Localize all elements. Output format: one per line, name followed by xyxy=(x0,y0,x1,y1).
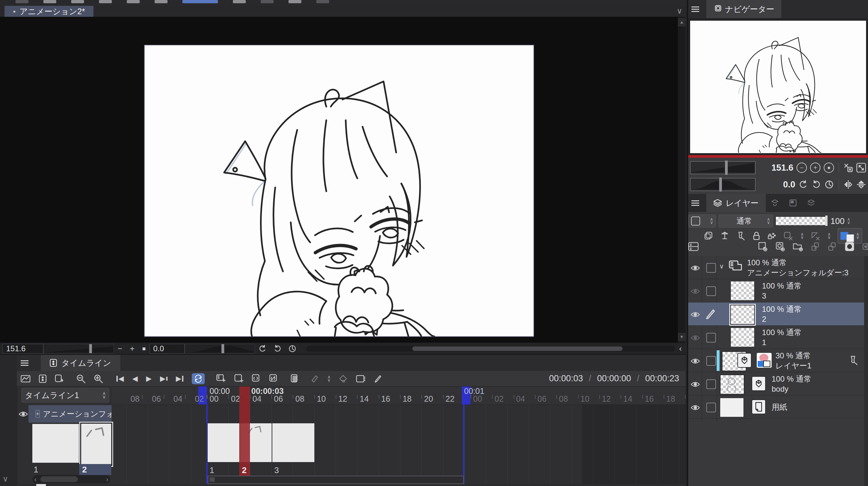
rotate-cw-button[interactable] xyxy=(273,345,282,353)
new-layer-folder-icon[interactable] xyxy=(793,242,803,251)
zoom-out-button[interactable]: − xyxy=(114,344,126,353)
visibility-eye-icon[interactable] xyxy=(691,403,700,412)
layer-row-paper[interactable]: 用紙 xyxy=(688,395,864,419)
toolbar-button[interactable] xyxy=(233,0,246,3)
scroll-down-icon[interactable]: ▼ xyxy=(678,333,686,341)
timeline-cel-1[interactable] xyxy=(207,423,239,463)
timeline-track-header[interactable]: + アニメーションフォ xyxy=(28,405,112,423)
timeline-zoom-out-icon[interactable] xyxy=(76,374,85,383)
previous-frame-button[interactable]: ◀ xyxy=(132,375,138,383)
canvas-rotation-slider[interactable] xyxy=(185,344,255,354)
layer-checkbox[interactable] xyxy=(706,356,716,366)
navigator-zoom-slider[interactable] xyxy=(690,161,755,174)
layer-checkbox[interactable] xyxy=(706,379,716,389)
layer-row[interactable]: 30 % 通常 レイヤー1 xyxy=(688,349,864,372)
layer-row[interactable]: 100 % 通常 3 xyxy=(688,279,864,302)
scrollbar-thumb[interactable] xyxy=(40,476,78,482)
layer-row-animation-folder[interactable]: ∨ 100 % 通常 アニメーションフォルダー:3 xyxy=(688,256,864,279)
toolbar-button[interactable] xyxy=(71,0,84,3)
timeline-zoom-in-icon[interactable] xyxy=(94,374,103,383)
layer-thumbnail[interactable] xyxy=(720,375,744,394)
release-cel-icon[interactable] xyxy=(269,374,278,383)
layer-thumbnail[interactable] xyxy=(731,282,754,300)
light-table-icon[interactable] xyxy=(311,375,319,383)
fit-to-navigator-icon[interactable] xyxy=(856,163,866,172)
visibility-eye-icon[interactable] xyxy=(691,264,700,273)
lock-layer-icon[interactable] xyxy=(752,231,760,240)
layer-color-stepper[interactable]: ∧∨ xyxy=(856,233,859,239)
draft-layer-icon[interactable] xyxy=(736,231,745,240)
nav-zoom-out-button[interactable]: − xyxy=(797,163,807,173)
tab-layer[interactable]: レイヤー xyxy=(706,194,766,212)
specify-cel-icon[interactable] xyxy=(252,374,261,383)
layer-thumbnail[interactable] xyxy=(731,328,754,347)
scrollbar-thumb[interactable] xyxy=(210,477,215,482)
collapse-left-icon[interactable]: ‹ xyxy=(675,344,686,353)
new-vector-layer-icon[interactable] xyxy=(776,242,785,251)
new-animation-cel-icon[interactable] xyxy=(235,374,244,383)
layer-checkbox[interactable] xyxy=(706,402,716,412)
timeline-select-dropdown[interactable]: タイムライン1 ∧∨ xyxy=(21,388,109,402)
layer-row-selected[interactable]: 100 % 通常 2 xyxy=(688,302,864,326)
play-button[interactable]: ▶ xyxy=(146,375,152,383)
document-tab[interactable]: ● アニメーション2* xyxy=(4,6,93,17)
merge-down-icon[interactable] xyxy=(828,242,837,251)
timeline-horizontal-scrollbar[interactable] xyxy=(208,476,464,484)
scroll-right-icon[interactable]: › xyxy=(104,476,110,483)
create-layer-mask-icon[interactable] xyxy=(845,242,855,251)
timeline-list-icon[interactable] xyxy=(39,375,46,383)
light-table-stepper[interactable]: ∧∨ xyxy=(328,376,331,382)
zoom-reset-button[interactable]: ■ xyxy=(138,346,150,352)
ruler-stepper[interactable]: ∧∨ xyxy=(828,233,831,239)
layer-menu-icon[interactable] xyxy=(691,200,699,206)
nav-reset-rotation-button[interactable] xyxy=(824,180,834,189)
apply-mask-icon[interactable] xyxy=(862,242,868,251)
layer-opacity-slider[interactable] xyxy=(776,217,828,226)
mask-stepper[interactable]: ∧∨ xyxy=(800,233,804,239)
layer-thumbnail[interactable] xyxy=(720,398,744,417)
clip-to-layer-below-icon[interactable] xyxy=(704,231,713,240)
visibility-eye-icon[interactable] xyxy=(691,357,700,366)
scrollbar-thumb[interactable] xyxy=(412,347,623,351)
flip-vertical-icon[interactable] xyxy=(856,180,866,189)
tab-subview[interactable] xyxy=(802,194,820,212)
layer-list-view-icon[interactable] xyxy=(688,242,699,251)
cel-thumbnail-2-selected[interactable] xyxy=(80,423,112,466)
canvas-horizontal-scrollbar[interactable] xyxy=(306,346,675,352)
layer-color-selector[interactable]: ∧∨ xyxy=(838,228,862,244)
opacity-stepper[interactable]: ∧∨ xyxy=(847,218,850,224)
layer-row[interactable]: 100 % 通常 body xyxy=(688,372,864,395)
cel-thumbnail-1[interactable] xyxy=(32,424,79,463)
navigator-rotate-slider[interactable] xyxy=(690,178,755,191)
toolbar-button[interactable] xyxy=(288,0,301,3)
toolbar-button[interactable] xyxy=(43,0,56,3)
navigator-preview-area[interactable] xyxy=(688,18,868,155)
track-visibility-eye-icon[interactable] xyxy=(19,410,28,419)
layer-checkbox[interactable] xyxy=(706,263,716,273)
layer-list-scrollbar[interactable] xyxy=(864,256,868,486)
toolbar-button[interactable] xyxy=(127,0,140,3)
tab-layer-property[interactable] xyxy=(784,194,802,212)
expand-track-icon[interactable]: + xyxy=(36,410,40,418)
layer-checkbox[interactable] xyxy=(706,333,716,343)
canvas-zoom-value[interactable]: 151.6 xyxy=(3,344,43,354)
navigator-menu-icon[interactable] xyxy=(691,6,699,12)
folder-collapse-chevron-icon[interactable]: ∨ xyxy=(719,262,724,270)
tab-navigator[interactable]: ナビゲーター xyxy=(706,0,781,18)
toolbar-button[interactable] xyxy=(16,0,28,3)
toolbar-button-active[interactable] xyxy=(182,0,218,3)
toolbar-button[interactable] xyxy=(155,0,167,3)
corner-chevron-icon[interactable]: ∨ xyxy=(3,474,8,483)
go-to-start-button[interactable]: ◀ xyxy=(117,375,124,383)
ruler-range-icon[interactable] xyxy=(811,231,820,240)
graph-editor-icon[interactable] xyxy=(21,375,30,383)
drawing-canvas[interactable] xyxy=(145,45,534,336)
enable-mask-icon[interactable] xyxy=(784,231,793,240)
blend-mode-dropdown[interactable]: 通常 ∧∨ xyxy=(719,215,773,227)
loop-playback-button-active[interactable] xyxy=(192,373,205,384)
flip-horizontal-icon[interactable] xyxy=(843,180,853,189)
reference-layer-icon[interactable] xyxy=(720,231,729,240)
tab-layer-search[interactable] xyxy=(766,194,784,212)
timeline-cel-3[interactable] xyxy=(272,423,314,463)
canvas-zoom-slider[interactable] xyxy=(43,344,114,354)
